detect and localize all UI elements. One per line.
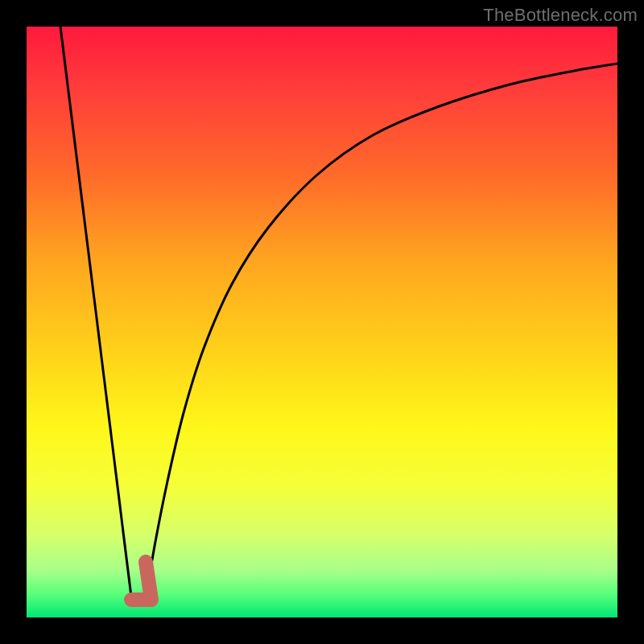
watermark-text: TheBottleneck.com [483, 5, 638, 26]
curve-left-descent [60, 27, 131, 597]
curve-right-log [146, 64, 617, 598]
chart-svg [27, 27, 617, 617]
highlight-segment [131, 562, 151, 600]
chart-frame: TheBottleneck.com [0, 0, 644, 644]
